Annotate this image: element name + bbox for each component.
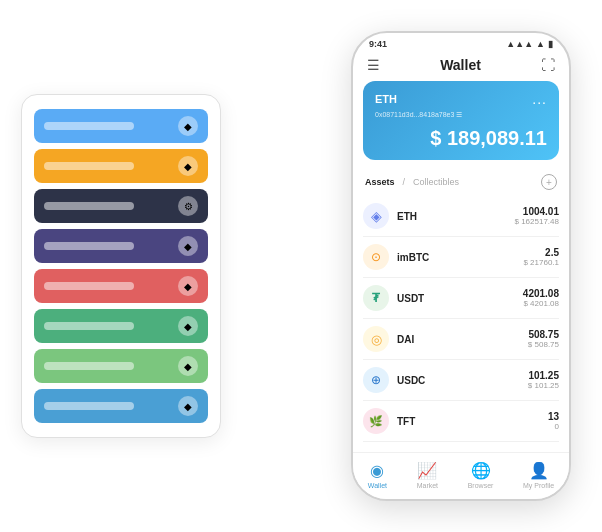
card-item-6[interactable]: ◆ <box>34 309 208 343</box>
card-icon-2: ◆ <box>178 156 198 176</box>
eth-card[interactable]: ETH ... 0x08711d3d...8418a78e3 ☰ $ 189,0… <box>363 81 559 160</box>
nav-profile[interactable]: 👤 My Profile <box>523 461 554 489</box>
card-item-7[interactable]: ◆ <box>34 349 208 383</box>
asset-row-tft[interactable]: 🌿 TFT 13 0 <box>363 401 559 442</box>
profile-nav-label: My Profile <box>523 482 554 489</box>
card-text-5 <box>44 282 134 290</box>
card-icon-3: ⚙ <box>178 196 198 216</box>
wallet-nav-icon: ◉ <box>370 461 384 480</box>
nav-wallet[interactable]: ◉ Wallet <box>368 461 387 489</box>
card-item-8[interactable]: ◆ <box>34 389 208 423</box>
dai-amount: 508.75 <box>528 329 559 340</box>
tft-amount: 13 <box>548 411 559 422</box>
imbtc-usd: $ 21760.1 <box>523 258 559 267</box>
asset-left-eth: ◈ ETH <box>363 203 417 229</box>
eth-usd: $ 162517.48 <box>515 217 560 226</box>
card-text-7 <box>44 362 134 370</box>
tab-slash: / <box>403 177 406 187</box>
usdt-asset-name: USDT <box>397 293 424 304</box>
nav-browser[interactable]: 🌐 Browser <box>468 461 494 489</box>
card-icon-8: ◆ <box>178 396 198 416</box>
browser-nav-icon: 🌐 <box>471 461 491 480</box>
hamburger-icon[interactable]: ☰ <box>367 57 380 73</box>
assets-header: Assets / Collectibles + <box>353 170 569 196</box>
tft-asset-name: TFT <box>397 416 415 427</box>
asset-left-imbtc: ⊙ imBTC <box>363 244 429 270</box>
eth-balance: $ 189,089.11 <box>375 127 547 150</box>
card-icon-4: ◆ <box>178 236 198 256</box>
market-nav-label: Market <box>417 482 438 489</box>
usdc-asset-name: USDC <box>397 375 425 386</box>
card-text-8 <box>44 402 134 410</box>
eth-amount: 1004.01 <box>515 206 560 217</box>
assets-tabs: Assets / Collectibles <box>365 177 459 187</box>
asset-row-dai[interactable]: ◎ DAI 508.75 $ 508.75 <box>363 319 559 360</box>
card-icon-5: ◆ <box>178 276 198 296</box>
status-icons: ▲▲▲ ▲ ▮ <box>506 39 553 49</box>
card-text-3 <box>44 202 134 210</box>
tft-usd: 0 <box>548 422 559 431</box>
browser-nav-label: Browser <box>468 482 494 489</box>
dai-asset-name: DAI <box>397 334 414 345</box>
bottom-nav: ◉ Wallet 📈 Market 🌐 Browser 👤 My Profile <box>353 452 569 499</box>
card-item-1[interactable]: ◆ <box>34 109 208 143</box>
usdc-amount: 101.25 <box>528 370 559 381</box>
wallet-nav-label: Wallet <box>368 482 387 489</box>
usdc-usd: $ 101.25 <box>528 381 559 390</box>
card-text-4 <box>44 242 134 250</box>
wifi-icon: ▲ <box>536 39 545 49</box>
imbtc-asset-name: imBTC <box>397 252 429 263</box>
card-icon-1: ◆ <box>178 116 198 136</box>
nav-market[interactable]: 📈 Market <box>417 461 438 489</box>
tab-collectibles[interactable]: Collectibles <box>413 177 459 187</box>
card-item-2[interactable]: ◆ <box>34 149 208 183</box>
usdt-amount: 4201.08 <box>523 288 559 299</box>
dai-usd: $ 508.75 <box>528 340 559 349</box>
eth-asset-value: 1004.01 $ 162517.48 <box>515 206 560 226</box>
asset-row-eth[interactable]: ◈ ETH 1004.01 $ 162517.48 <box>363 196 559 237</box>
phone-header: ☰ Wallet ⛶ <box>353 53 569 81</box>
usdt-usd: $ 4201.08 <box>523 299 559 308</box>
card-item-4[interactable]: ◆ <box>34 229 208 263</box>
card-text-2 <box>44 162 134 170</box>
tft-asset-icon: 🌿 <box>363 408 389 434</box>
usdc-asset-icon: ⊕ <box>363 367 389 393</box>
eth-menu-dots[interactable]: ... <box>532 91 547 107</box>
usdt-asset-value: 4201.08 $ 4201.08 <box>523 288 559 308</box>
card-icon-6: ◆ <box>178 316 198 336</box>
card-text-1 <box>44 122 134 130</box>
status-bar: 9:41 ▲▲▲ ▲ ▮ <box>353 33 569 53</box>
card-item-3[interactable]: ⚙ <box>34 189 208 223</box>
eth-address: 0x08711d3d...8418a78e3 ☰ <box>375 111 547 119</box>
asset-left-usdt: ₮ USDT <box>363 285 424 311</box>
page-title: Wallet <box>440 57 481 73</box>
card-item-5[interactable]: ◆ <box>34 269 208 303</box>
dai-asset-value: 508.75 $ 508.75 <box>528 329 559 349</box>
imbtc-asset-value: 2.5 $ 21760.1 <box>523 247 559 267</box>
eth-asset-name: ETH <box>397 211 417 222</box>
expand-icon[interactable]: ⛶ <box>541 57 555 73</box>
asset-left-dai: ◎ DAI <box>363 326 414 352</box>
status-time: 9:41 <box>369 39 387 49</box>
asset-left-usdc: ⊕ USDC <box>363 367 425 393</box>
market-nav-icon: 📈 <box>417 461 437 480</box>
asset-row-usdc[interactable]: ⊕ USDC 101.25 $ 101.25 <box>363 360 559 401</box>
imbtc-amount: 2.5 <box>523 247 559 258</box>
tab-assets[interactable]: Assets <box>365 177 395 187</box>
asset-row-usdt[interactable]: ₮ USDT 4201.08 $ 4201.08 <box>363 278 559 319</box>
imbtc-asset-icon: ⊙ <box>363 244 389 270</box>
asset-left-tft: 🌿 TFT <box>363 408 415 434</box>
add-asset-button[interactable]: + <box>541 174 557 190</box>
battery-icon: ▮ <box>548 39 553 49</box>
card-stack: ◆ ◆ ⚙ ◆ ◆ ◆ ◆ ◆ <box>21 94 221 438</box>
tft-asset-value: 13 0 <box>548 411 559 431</box>
eth-label: ETH <box>375 93 397 105</box>
card-text-6 <box>44 322 134 330</box>
eth-card-header: ETH ... <box>375 91 547 107</box>
usdc-asset-value: 101.25 $ 101.25 <box>528 370 559 390</box>
signal-icon: ▲▲▲ <box>506 39 533 49</box>
profile-nav-icon: 👤 <box>529 461 549 480</box>
asset-row-imbtc[interactable]: ⊙ imBTC 2.5 $ 21760.1 <box>363 237 559 278</box>
card-icon-7: ◆ <box>178 356 198 376</box>
scene: ◆ ◆ ⚙ ◆ ◆ ◆ ◆ ◆ <box>21 16 581 516</box>
